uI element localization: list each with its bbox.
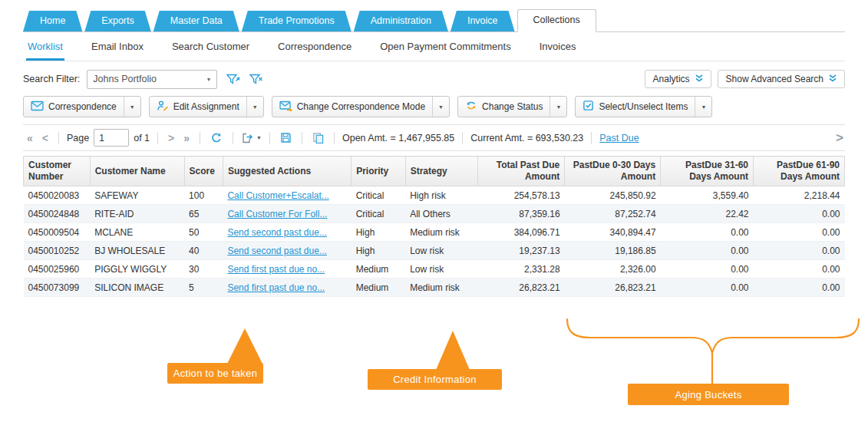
change-correspondence-mode-icon — [279, 101, 292, 114]
pastdue-0-30-cell: 340,894.47 — [565, 223, 661, 242]
col-customer-number[interactable]: Customer Number — [24, 157, 91, 186]
grid-status-bar: « < Page of 1 > » ▼ — [23, 124, 845, 151]
suggested-action-cell: Send second past due... — [223, 223, 351, 242]
clear-filter-icon[interactable] — [249, 73, 263, 86]
col-priority[interactable]: Priority — [351, 157, 406, 186]
score-cell: 5 — [184, 279, 223, 297]
separator — [58, 132, 59, 144]
edit-assignment-button[interactable]: Edit Assignment ▼ — [149, 96, 264, 117]
worklist-table: Customer Number Customer Name Score Sugg… — [23, 156, 845, 297]
customer-number-cell: 0450024848 — [24, 205, 91, 223]
next-page-button[interactable]: > — [166, 133, 177, 143]
tab-exports[interactable]: Exports — [84, 11, 150, 31]
caret-down-icon: ▼ — [206, 77, 211, 82]
change-status-dropdown[interactable]: ▼ — [550, 97, 566, 117]
suggested-action-link[interactable]: Send second past due... — [227, 227, 326, 238]
change-correspondence-mode-label: Change Correspondence Mode — [297, 101, 425, 112]
col-suggested-actions[interactable]: Suggested Actions — [223, 157, 351, 186]
tab-administration[interactable]: Administration — [354, 11, 448, 31]
table-row[interactable]: 0450024848 RITE-AID 65 Call Customer For… — [24, 205, 845, 223]
change-status-label: Change Status — [482, 101, 543, 112]
collections-worklist-app: Home Exports Master Data Trade Promotion… — [0, 0, 868, 422]
change-correspondence-mode-button[interactable]: Change Correspondence Mode ▼ — [272, 96, 450, 117]
caret-down-icon: ▼ — [130, 104, 135, 110]
suggested-action-link[interactable]: Send first past due no... — [227, 282, 325, 293]
pastdue-61-90-cell: 0.00 — [754, 242, 845, 260]
pastdue-0-30-cell: 245,850.92 — [565, 186, 661, 205]
analytics-label: Analytics — [653, 74, 690, 84]
col-pastdue-31-60[interactable]: PastDue 31-60 Days Amount — [661, 157, 754, 186]
pastdue-0-30-cell: 87,252.74 — [565, 205, 661, 223]
change-status-button[interactable]: Change Status ▼ — [457, 96, 567, 117]
table-row[interactable]: 0450020083 SAFEWAY 100 Call Customer+Esc… — [24, 186, 845, 205]
col-pastdue-61-90[interactable]: PastDue 61-90 Days Amount — [754, 157, 845, 186]
set-filter-icon[interactable] — [226, 73, 240, 86]
strategy-cell: Low risk — [405, 242, 478, 260]
subtab-search-customer[interactable]: Search Customer — [170, 41, 251, 61]
separator — [200, 132, 200, 144]
subtab-open-payment-commitments[interactable]: Open Payment Commitments — [378, 41, 513, 61]
show-advanced-search-label: Show Advanced Search — [726, 74, 823, 84]
filter-row-right-buttons: Analytics Show Advanced Search — [645, 70, 845, 88]
save-button[interactable] — [278, 132, 294, 143]
table-row[interactable]: 0450073099 SILICON IMAGE 5 Send first pa… — [24, 279, 845, 297]
first-page-button[interactable]: « — [25, 133, 35, 143]
priority-cell: Medium — [351, 279, 406, 297]
export-button[interactable]: ▼ — [241, 132, 262, 144]
caret-down-icon: ▼ — [438, 104, 444, 110]
suggested-action-link[interactable]: Call Customer+Escalat... — [227, 190, 328, 201]
refresh-button[interactable] — [208, 132, 225, 144]
subtab-correspondence[interactable]: Correspondence — [276, 41, 353, 61]
priority-cell: Medium — [351, 260, 406, 279]
suggested-action-link[interactable]: Send second past due... — [227, 246, 326, 256]
tab-home[interactable]: Home — [23, 11, 82, 31]
correspondence-button[interactable]: Correspondence ▼ — [23, 96, 141, 117]
col-score[interactable]: Score — [184, 157, 223, 186]
col-total-past-due[interactable]: Total Past Due Amount — [478, 157, 565, 186]
col-pastdue-0-30[interactable]: PastDue 0-30 Days Amount — [565, 157, 661, 186]
subtab-worklist[interactable]: Worklist — [26, 41, 64, 61]
total-past-due-cell: 384,096.71 — [478, 223, 565, 242]
strategy-callout-label: Credit Information — [393, 374, 477, 385]
col-strategy[interactable]: Strategy — [405, 157, 478, 186]
page-input[interactable] — [94, 129, 129, 147]
pastdue-31-60-cell: 0.00 — [661, 279, 754, 297]
separator — [302, 132, 302, 144]
tab-collections[interactable]: Collections — [517, 9, 596, 32]
search-filter-label: Search Filter: — [23, 74, 80, 84]
col-customer-name[interactable]: Customer Name — [90, 157, 184, 186]
show-advanced-search-button[interactable]: Show Advanced Search — [718, 70, 845, 88]
scroll-columns-right-button[interactable]: > — [836, 130, 843, 146]
tab-trade-promotions[interactable]: Trade Promotions — [242, 11, 351, 31]
customer-name-cell: BJ WHOLESALE — [90, 242, 184, 260]
subtab-email-inbox[interactable]: Email Inbox — [90, 41, 145, 61]
search-filter-combobox[interactable]: Johns Portfolio ▼ — [87, 70, 217, 89]
tab-master-data[interactable]: Master Data — [153, 11, 239, 31]
analytics-button[interactable]: Analytics — [645, 70, 711, 88]
separator — [157, 132, 158, 144]
score-cell: 40 — [184, 242, 223, 260]
past-due-link[interactable]: Past Due — [599, 133, 639, 143]
priority-cell: Critical — [351, 186, 406, 205]
correspondence-dropdown[interactable]: ▼ — [124, 97, 140, 117]
tab-invoice[interactable]: Invoice — [451, 11, 515, 31]
customer-number-cell: 0450020083 — [24, 186, 91, 205]
strategy-cell: All Others — [405, 205, 478, 223]
total-past-due-cell: 26,823.21 — [478, 279, 565, 297]
edit-assignment-dropdown[interactable]: ▼ — [246, 97, 263, 117]
page-label: Page — [67, 133, 89, 143]
suggested-action-cell: Send first past due no... — [223, 260, 351, 279]
change-correspondence-mode-dropdown[interactable]: ▼ — [432, 97, 449, 117]
suggested-action-link[interactable]: Send first past due no... — [227, 264, 325, 275]
select-unselect-items-button[interactable]: Select/Unselect Items ▼ — [575, 96, 712, 117]
table-row[interactable]: 0450010252 BJ WHOLESALE 40 Send second p… — [24, 242, 845, 260]
separator — [462, 132, 463, 144]
previous-page-button[interactable]: < — [40, 133, 51, 143]
table-row[interactable]: 0450009504 MCLANE 50 Send second past du… — [24, 223, 845, 242]
select-unselect-items-dropdown[interactable]: ▼ — [695, 97, 711, 117]
suggested-action-link[interactable]: Call Customer For Foll... — [227, 209, 327, 219]
last-page-button[interactable]: » — [181, 133, 192, 143]
copy-button[interactable] — [310, 132, 326, 143]
table-row[interactable]: 0450025960 PIGGLY WIGGLY 30 Send first p… — [24, 260, 845, 279]
subtab-invoices[interactable]: Invoices — [538, 41, 578, 61]
